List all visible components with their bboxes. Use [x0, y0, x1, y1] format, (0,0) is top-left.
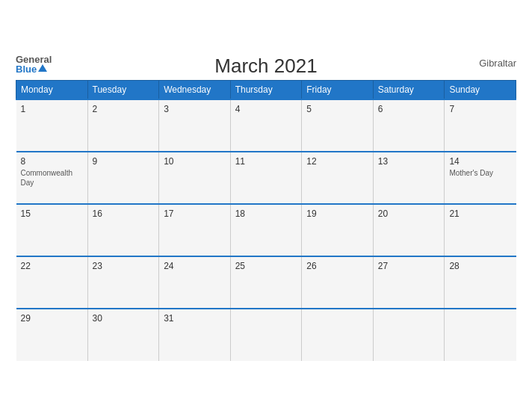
- col-wednesday: Wednesday: [159, 81, 231, 100]
- calendar-wrapper: General Blue March 2021 Gibraltar Monday…: [8, 43, 524, 368]
- table-row: 5: [302, 99, 374, 152]
- calendar-header: General Blue March 2021 Gibraltar: [16, 55, 516, 74]
- table-row: [230, 309, 302, 361]
- day-number: 20: [378, 208, 440, 219]
- day-number: 23: [93, 261, 155, 271]
- day-number: 10: [164, 156, 226, 167]
- table-row: 28: [445, 256, 516, 309]
- day-number: 22: [21, 261, 83, 271]
- col-saturday: Saturday: [373, 81, 445, 100]
- col-monday: Monday: [16, 81, 88, 100]
- calendar-week-row: 293031: [16, 309, 516, 361]
- day-number: 6: [378, 104, 440, 114]
- table-row: 19: [302, 204, 374, 256]
- table-row: 11: [230, 152, 302, 204]
- table-row: 7: [445, 99, 516, 152]
- day-number: 15: [21, 208, 83, 219]
- day-number: 2: [93, 104, 155, 114]
- day-number: 19: [306, 208, 368, 219]
- logo: General Blue: [16, 55, 52, 74]
- table-row: 26: [302, 256, 374, 309]
- table-row: 21: [445, 204, 516, 256]
- table-row: 2: [87, 99, 159, 152]
- table-row: 30: [87, 309, 159, 361]
- day-number: 31: [164, 313, 226, 324]
- table-row: 8Commonwealth Day: [16, 152, 88, 204]
- day-number: 9: [93, 156, 155, 167]
- calendar-week-row: 8Commonwealth Day91011121314Mother's Day: [16, 152, 516, 204]
- day-number: 17: [164, 208, 226, 219]
- table-row: [373, 309, 445, 361]
- table-row: 22: [16, 256, 88, 309]
- col-thursday: Thursday: [230, 81, 302, 100]
- day-number: 7: [449, 104, 511, 114]
- calendar-title: March 2021: [214, 55, 317, 78]
- calendar-grid: Monday Tuesday Wednesday Thursday Friday…: [16, 80, 516, 361]
- table-row: 29: [16, 309, 88, 361]
- table-row: 18: [230, 204, 302, 256]
- day-number: 4: [235, 104, 297, 114]
- calendar-location: Gibraltar: [479, 58, 516, 69]
- logo-blue-text: Blue: [16, 64, 37, 74]
- table-row: [302, 309, 374, 361]
- day-number: 18: [235, 208, 297, 219]
- table-row: 12: [302, 152, 374, 204]
- day-number: 28: [449, 261, 511, 271]
- col-sunday: Sunday: [445, 81, 516, 100]
- day-number: 24: [164, 261, 226, 271]
- day-number: 13: [378, 156, 440, 167]
- day-number: 5: [306, 104, 368, 114]
- table-row: 4: [230, 99, 302, 152]
- col-tuesday: Tuesday: [87, 81, 159, 100]
- table-row: 20: [373, 204, 445, 256]
- table-row: 27: [373, 256, 445, 309]
- day-number: 21: [449, 208, 511, 219]
- table-row: 10: [159, 152, 231, 204]
- day-number: 16: [93, 208, 155, 219]
- table-row: 1: [16, 99, 88, 152]
- table-row: 25: [230, 256, 302, 309]
- day-number: 25: [235, 261, 297, 271]
- logo-triangle-icon: [38, 64, 47, 72]
- calendar-week-row: 1234567: [16, 99, 516, 152]
- day-number: 3: [164, 104, 226, 114]
- day-number: 1: [21, 104, 83, 114]
- day-number: 12: [306, 156, 368, 167]
- table-row: 3: [159, 99, 231, 152]
- table-row: 23: [87, 256, 159, 309]
- table-row: 6: [373, 99, 445, 152]
- calendar-week-row: 15161718192021: [16, 204, 516, 256]
- table-row: 9: [87, 152, 159, 204]
- day-number: 14: [449, 156, 511, 167]
- table-row: 17: [159, 204, 231, 256]
- table-row: 15: [16, 204, 88, 256]
- day-number: 29: [21, 313, 83, 324]
- calendar-header-row: Monday Tuesday Wednesday Thursday Friday…: [16, 81, 516, 100]
- day-number: 27: [378, 261, 440, 271]
- calendar-week-row: 22232425262728: [16, 256, 516, 309]
- day-event: Commonwealth Day: [21, 168, 83, 188]
- table-row: 14Mother's Day: [445, 152, 516, 204]
- table-row: 16: [87, 204, 159, 256]
- col-friday: Friday: [302, 81, 374, 100]
- table-row: 13: [373, 152, 445, 204]
- day-number: 11: [235, 156, 297, 167]
- day-number: 26: [306, 261, 368, 271]
- day-number: 8: [21, 156, 83, 167]
- table-row: [445, 309, 516, 361]
- day-event: Mother's Day: [449, 168, 511, 178]
- day-number: 30: [93, 313, 155, 324]
- table-row: 24: [159, 256, 231, 309]
- table-row: 31: [159, 309, 231, 361]
